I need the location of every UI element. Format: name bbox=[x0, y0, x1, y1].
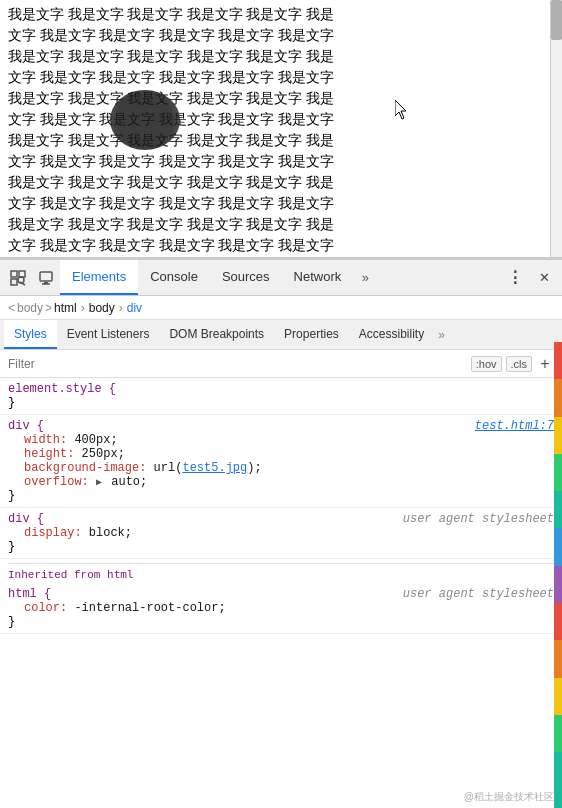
tab-network[interactable]: Network bbox=[282, 260, 354, 295]
styles-tab-styles[interactable]: Styles bbox=[4, 320, 57, 349]
html-ua-origin: user agent stylesheet bbox=[403, 587, 554, 601]
viewport-content: 我是文字 我是文字 我是文字 我是文字 我是文字 我是 文字 我是文字 我是文字… bbox=[0, 0, 390, 258]
inspect-icon-button[interactable] bbox=[4, 264, 32, 292]
div-rule: div { test.html:7 width: 400px; height: … bbox=[0, 415, 562, 508]
color-line: color: -internal-root-color; bbox=[8, 601, 554, 615]
overflow-expand-arrow[interactable]: ▶ bbox=[96, 477, 102, 488]
breadcrumb-body[interactable]: body bbox=[89, 301, 115, 315]
dog-image bbox=[110, 90, 180, 150]
color-value: -internal-root-color; bbox=[67, 601, 225, 615]
div-ua-origin: user agent stylesheet bbox=[403, 512, 554, 526]
element-style-rule: element.style { } bbox=[0, 378, 562, 415]
color-prop: color: bbox=[24, 601, 67, 615]
bg-image-link[interactable]: test5.jpg bbox=[182, 461, 247, 475]
display-value: block; bbox=[82, 526, 132, 540]
watermark: @稻土掘金技术社区 bbox=[464, 790, 554, 804]
chinese-text: 我是文字 我是文字 我是文字 我是文字 我是文字 我是 文字 我是文字 我是文字… bbox=[8, 7, 362, 258]
filter-actions: :hov .cls + bbox=[471, 355, 554, 373]
devtools-toolbar: Elements Console Sources Network » ⋮ ✕ bbox=[0, 260, 562, 296]
styles-tab-accessibility[interactable]: Accessibility bbox=[349, 320, 434, 349]
device-toolbar-button[interactable] bbox=[32, 264, 60, 292]
display-line: display: block; bbox=[8, 526, 554, 540]
svg-rect-3 bbox=[11, 279, 17, 285]
svg-rect-2 bbox=[19, 271, 25, 277]
devtools-close-button[interactable]: ✕ bbox=[530, 264, 558, 292]
width-prop: width: bbox=[24, 433, 67, 447]
breadcrumb: < body > html › body › div bbox=[0, 296, 562, 320]
inherited-from-label: Inherited from html bbox=[8, 563, 554, 581]
hov-button[interactable]: :hov bbox=[471, 356, 502, 372]
inspect-icon bbox=[10, 270, 26, 286]
element-style-close: } bbox=[8, 396, 554, 410]
devtools-dots-button[interactable]: ⋮ bbox=[500, 264, 528, 292]
bg-image-prop: background-image: bbox=[24, 461, 146, 475]
tab-elements[interactable]: Elements bbox=[60, 260, 138, 295]
close-icon: ✕ bbox=[539, 270, 550, 285]
svg-rect-6 bbox=[40, 272, 52, 281]
tab-console[interactable]: Console bbox=[138, 260, 210, 295]
breadcrumb-html[interactable]: html bbox=[54, 301, 77, 315]
breadcrumb-div[interactable]: div bbox=[127, 301, 142, 315]
height-line: height: 250px; bbox=[8, 447, 554, 461]
div-ua-close: } bbox=[8, 540, 554, 554]
html-ua-close: } bbox=[8, 615, 554, 629]
svg-marker-0 bbox=[395, 100, 406, 119]
devtools-actions: ⋮ ✕ bbox=[500, 264, 558, 292]
cursor-pointer bbox=[395, 100, 407, 118]
viewport-scrollbar-thumb[interactable] bbox=[551, 0, 562, 40]
bg-image-value: url(test5.jpg); bbox=[146, 461, 261, 475]
filter-input[interactable] bbox=[8, 357, 471, 371]
styles-tabs: Styles Event Listeners DOM Breakpoints P… bbox=[0, 320, 562, 350]
html-ua-rule: html { user agent stylesheet color: -int… bbox=[0, 583, 562, 634]
width-value: 400px; bbox=[67, 433, 117, 447]
html-ua-header: html { user agent stylesheet bbox=[8, 587, 554, 601]
filter-bar: :hov .cls + bbox=[0, 350, 562, 378]
div-rule-close: } bbox=[8, 489, 554, 503]
div-ua-rule: div { user agent stylesheet display: blo… bbox=[0, 508, 562, 559]
div-rule-header: div { test.html:7 bbox=[8, 419, 554, 433]
more-tabs-button[interactable]: » bbox=[353, 266, 377, 290]
overflow-value: ▶ auto; bbox=[89, 475, 147, 489]
css-panel: element.style { } div { test.html:7 widt… bbox=[0, 378, 562, 808]
styles-tabs-more[interactable]: » bbox=[434, 328, 449, 342]
overflow-line: overflow: ▶ auto; bbox=[8, 475, 554, 489]
display-prop: display: bbox=[24, 526, 82, 540]
height-value: 250px; bbox=[74, 447, 124, 461]
div-selector: div { bbox=[8, 419, 44, 433]
dots-icon: ⋮ bbox=[507, 268, 522, 287]
height-prop: height: bbox=[24, 447, 74, 461]
tab-sources[interactable]: Sources bbox=[210, 260, 282, 295]
add-style-button[interactable]: + bbox=[536, 355, 554, 373]
svg-rect-1 bbox=[11, 271, 17, 277]
styles-tab-properties[interactable]: Properties bbox=[274, 320, 349, 349]
element-style-selector: element.style { bbox=[8, 382, 116, 396]
styles-tab-dom-breakpoints[interactable]: DOM Breakpoints bbox=[159, 320, 274, 349]
overflow-prop: overflow: bbox=[24, 475, 89, 489]
html-ua-selector: html { bbox=[8, 587, 51, 601]
bg-image-line: background-image: url(test5.jpg); bbox=[8, 461, 554, 475]
devtools-main-tabs: Elements Console Sources Network » bbox=[60, 260, 377, 295]
inherited-tag: html bbox=[107, 568, 134, 581]
width-line: width: 400px; bbox=[8, 433, 554, 447]
div-ua-selector: div { bbox=[8, 512, 44, 526]
css-color-bar bbox=[554, 342, 562, 808]
browser-viewport: 我是文字 我是文字 我是文字 我是文字 我是文字 我是 文字 我是文字 我是文字… bbox=[0, 0, 562, 258]
device-icon bbox=[38, 270, 54, 286]
cls-button[interactable]: .cls bbox=[506, 356, 533, 372]
div-ua-header: div { user agent stylesheet bbox=[8, 512, 554, 526]
viewport-scrollbar[interactable] bbox=[550, 0, 562, 258]
devtools-panel: Elements Console Sources Network » ⋮ ✕ < bbox=[0, 258, 562, 808]
div-origin[interactable]: test.html:7 bbox=[475, 419, 554, 433]
styles-tab-event-listeners[interactable]: Event Listeners bbox=[57, 320, 160, 349]
